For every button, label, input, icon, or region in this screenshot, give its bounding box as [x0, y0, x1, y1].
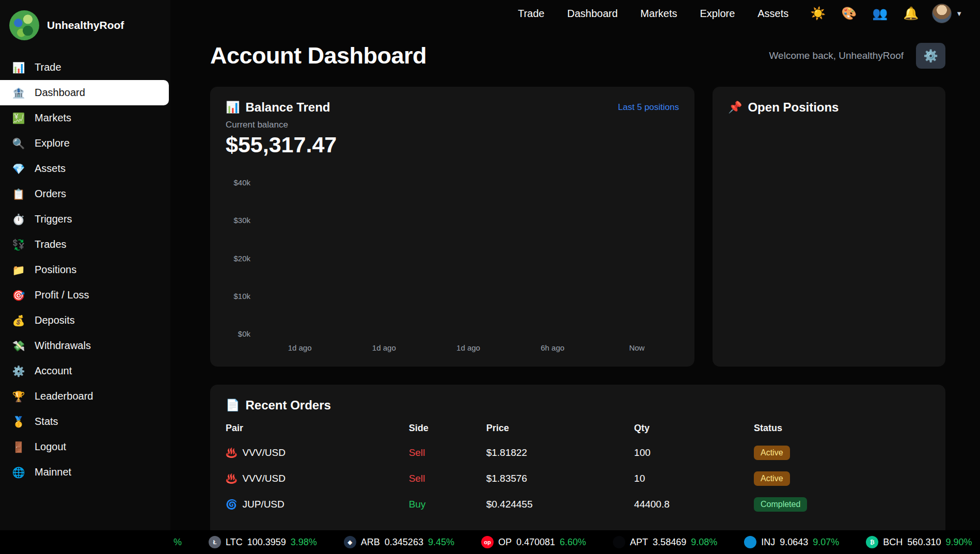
- sidebar-item-positions[interactable]: 📁Positions: [0, 257, 170, 282]
- order-pair: ♨️VVV/USD: [226, 473, 409, 484]
- topnav-link-assets[interactable]: Assets: [757, 8, 788, 20]
- balance-card-title-text: Balance Trend: [245, 100, 330, 115]
- y-tick-label: $10k: [233, 292, 250, 300]
- positions-card-title: 📌 Open Positions: [728, 100, 839, 115]
- sidebar-item-trade[interactable]: 📊Trade: [0, 55, 170, 80]
- sidebar-item-label: Explore: [35, 137, 70, 149]
- ticker-change: %: [173, 537, 182, 548]
- page-title: Account Dashboard: [210, 42, 426, 69]
- gear-icon: ⚙️: [923, 49, 938, 63]
- order-side: Sell: [409, 466, 486, 492]
- palette-icon[interactable]: 🎨: [841, 7, 857, 20]
- sidebar-item-triggers[interactable]: ⏱️Triggers: [0, 207, 170, 232]
- sidebar-item-logout[interactable]: 🚪Logout: [0, 434, 170, 460]
- current-balance-value: $55,317.47: [226, 132, 679, 157]
- sidebar-item-markets[interactable]: 💹Markets: [0, 105, 170, 131]
- orders-icon: 📋: [11, 188, 26, 200]
- ticker-symbol: BCH: [883, 537, 903, 548]
- status-badge: Active: [754, 446, 790, 460]
- jup-usd-icon: 🌀: [226, 499, 237, 510]
- orders-col-price: Price: [486, 419, 634, 440]
- ticker-symbol: INJ: [761, 537, 775, 548]
- notifications-bell-icon[interactable]: 🔔: [903, 7, 919, 20]
- app-logo-row: UnhealthyRoof: [0, 0, 170, 49]
- positions-card-title-text: Open Positions: [748, 100, 839, 115]
- user-menu[interactable]: ▼: [932, 4, 962, 23]
- sidebar-item-label: Account: [35, 365, 72, 377]
- ticker-price: 3.58469: [653, 537, 686, 548]
- ticker-change: 3.98%: [291, 537, 317, 548]
- user-avatar[interactable]: [932, 4, 952, 23]
- sidebar-item-label: Logout: [35, 441, 66, 453]
- topnav-link-dashboard[interactable]: Dashboard: [567, 8, 618, 20]
- ticker-price: 0.345263: [385, 537, 423, 548]
- order-pair-cell: ♨️VVV/USD: [226, 466, 409, 492]
- sidebar-item-label: Leaderboard: [35, 390, 93, 402]
- stats-icon: 🥇: [11, 416, 26, 428]
- sidebar-item-mainnet[interactable]: 🌐Mainnet: [0, 460, 170, 485]
- sidebar-item-label: Assets: [35, 163, 66, 175]
- sidebar-item-stats[interactable]: 🥇Stats: [0, 409, 170, 434]
- topnav-icons: ☀️🎨👥🔔: [810, 7, 919, 20]
- sidebar-item-label: Dashboard: [35, 87, 85, 99]
- welcome-text: Welcome back, UnhealthyRoof: [769, 50, 904, 61]
- ticker-item-arb: ◆ARB0.3452639.45%: [344, 536, 454, 548]
- order-pair-label: VVV/USD: [242, 447, 285, 458]
- topnav-link-markets[interactable]: Markets: [640, 8, 677, 20]
- orders-table-head: PairSidePriceQtyStatus: [226, 419, 930, 440]
- main-content: Account Dashboard Welcome back, Unhealth…: [170, 27, 980, 554]
- x-tick-label: 1d ago: [258, 343, 342, 352]
- orders-table: PairSidePriceQtyStatus ♨️VVV/USDSell$1.8…: [226, 419, 930, 517]
- y-tick-label: $30k: [233, 216, 250, 225]
- topnav-link-trade[interactable]: Trade: [518, 8, 545, 20]
- sidebar-item-orders[interactable]: 📋Orders: [0, 181, 170, 207]
- orders-col-side: Side: [409, 419, 486, 440]
- sidebar-item-trades[interactable]: 💱Trades: [0, 232, 170, 257]
- open-positions-card: 📌 Open Positions: [713, 87, 945, 367]
- x-tick-label: 1d ago: [342, 343, 426, 352]
- ticker-item-inj: INJ9.06439.07%: [744, 536, 839, 548]
- sidebar-item-label: Stats: [35, 416, 58, 428]
- sidebar-item-deposits[interactable]: 💰Deposits: [0, 308, 170, 333]
- chart-plot: [258, 178, 679, 338]
- sidebar-item-profit-loss[interactable]: 🎯Profit / Loss: [0, 282, 170, 308]
- orders-card-head: 📄 Recent Orders: [226, 398, 930, 413]
- withdrawals-icon: 💸: [11, 340, 26, 352]
- triggers-icon: ⏱️: [11, 213, 26, 226]
- order-side: Buy: [409, 492, 486, 517]
- markets-icon: 💹: [11, 112, 26, 124]
- order-price: $1.83576: [486, 466, 634, 492]
- dashboard-icon: 🏦: [11, 87, 26, 99]
- sidebar-item-dashboard[interactable]: 🏦Dashboard: [0, 80, 169, 105]
- order-pair-label: JUP/USD: [242, 499, 284, 510]
- sidebar-item-account[interactable]: ⚙️Account: [0, 358, 170, 384]
- y-tick-label: $40k: [233, 178, 250, 187]
- order-status-cell: Completed: [754, 492, 930, 517]
- balance-trend-chart: $40k$30k$20k$10k$0k 1d ago1d ago1d ago6h…: [226, 178, 679, 352]
- users-icon[interactable]: 👥: [872, 7, 888, 20]
- order-price: $0.424455: [486, 492, 634, 517]
- chevron-down-icon[interactable]: ▼: [956, 10, 962, 18]
- x-tick-label: 1d ago: [426, 343, 510, 352]
- topnav-links: TradeDashboardMarketsExploreAssets: [518, 8, 788, 20]
- app-name: UnhealthyRoof: [47, 19, 124, 31]
- ticker-symbol: APT: [630, 537, 648, 548]
- apt-icon: [613, 536, 625, 548]
- positions-icon: 📁: [11, 264, 26, 276]
- last-5-positions-link[interactable]: Last 5 positions: [618, 102, 679, 113]
- bch-icon: ₿: [866, 536, 878, 548]
- balance-trend-card: 📊 Balance Trend Last 5 positions Current…: [210, 87, 694, 367]
- theme-toggle-icon[interactable]: ☀️: [810, 7, 826, 20]
- x-tick-label: Now: [595, 343, 679, 352]
- sidebar-item-assets[interactable]: 💎Assets: [0, 156, 170, 181]
- orders-col-qty: Qty: [634, 419, 754, 440]
- sidebar-item-explore[interactable]: 🔍Explore: [0, 131, 170, 156]
- order-status-cell: Active: [754, 440, 930, 466]
- topnav-link-explore[interactable]: Explore: [700, 8, 735, 20]
- sidebar-item-leaderboard[interactable]: 🏆Leaderboard: [0, 384, 170, 409]
- sidebar-item-withdrawals[interactable]: 💸Withdrawals: [0, 333, 170, 358]
- ticker-item-ltc: ŁLTC100.39593.98%: [209, 536, 317, 548]
- ticker-change: 9.08%: [691, 537, 717, 548]
- sidebar-item-label: Trades: [35, 239, 67, 250]
- settings-button[interactable]: ⚙️: [916, 43, 945, 69]
